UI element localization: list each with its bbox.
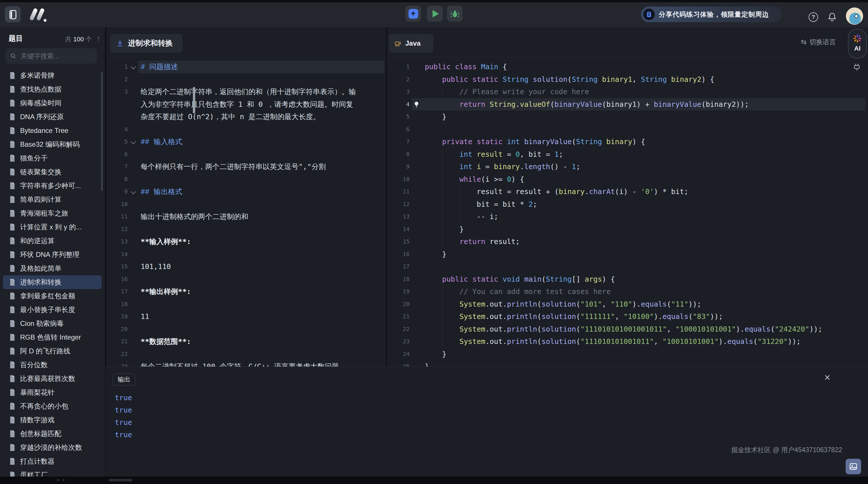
description-text: ## 输出格式 bbox=[141, 185, 182, 198]
avatar[interactable] bbox=[846, 7, 863, 25]
promo-banner[interactable]: 分享代码练习体验，领限量定制周边 bbox=[641, 7, 782, 22]
sidebar-item[interactable]: Cion 勒索病毒 bbox=[3, 316, 102, 330]
sidebar-item[interactable]: 简单四则计算 bbox=[3, 193, 102, 206]
sidebar-item[interactable]: 最小替换子串长度 bbox=[3, 303, 102, 316]
plus-icon: + bbox=[408, 9, 418, 19]
line-number: 5 bbox=[106, 135, 128, 148]
sidebar-item[interactable]: 阿 D 的飞行路线 bbox=[3, 344, 102, 358]
code-line: 12 bit = bit * 2; bbox=[387, 198, 868, 211]
sidebar-scrollbar[interactable] bbox=[101, 72, 103, 191]
file-icon bbox=[9, 251, 16, 259]
sidebar-item[interactable]: Base32 编码和解码 bbox=[3, 138, 102, 151]
sidebar-item-label: 字符串有多少种可... bbox=[20, 181, 81, 190]
code-text: bit = bit * 2; bbox=[425, 198, 537, 211]
search-icon bbox=[10, 53, 17, 59]
watermark-text: 掘金技术社区 @ 用户4543710637822 bbox=[732, 446, 842, 454]
sidebar-item[interactable]: 拿到最多红包金额 bbox=[3, 289, 102, 303]
sidebar-item-label: 不再贪心的小包 bbox=[20, 402, 68, 411]
sidebar-item-label: 猫鱼分干 bbox=[20, 154, 48, 163]
sidebar-toggle-button[interactable] bbox=[5, 6, 21, 22]
collapse-up-icon[interactable]: ↑ bbox=[97, 34, 100, 42]
sidebar-item[interactable]: 不再贪心的小包 bbox=[3, 399, 102, 413]
sidebar-item[interactable]: 打点计数器 bbox=[3, 454, 102, 468]
description-text: # 问题描述 bbox=[141, 61, 178, 73]
file-icon bbox=[9, 127, 16, 134]
line-number: 17 bbox=[387, 261, 410, 273]
sidebar-item[interactable]: 查找热点数据 bbox=[3, 82, 102, 96]
line-number: 11 bbox=[387, 185, 410, 198]
sidebar-item[interactable]: DNA 序列还原 bbox=[3, 110, 102, 124]
output-tab[interactable]: 输出 bbox=[113, 373, 135, 386]
sidebar-item[interactable]: 穿越沙漠的补给次数 bbox=[3, 441, 102, 454]
search-input[interactable] bbox=[20, 52, 90, 60]
sidebar-item[interactable]: 病毒感染时间 bbox=[3, 96, 102, 110]
description-editor[interactable]: 1# 问题描述23给定两个二进制字符串，返回他们的和（用十进制字符串表示）。输入… bbox=[106, 57, 386, 367]
line-number: 10 bbox=[106, 198, 128, 211]
description-line: 6 bbox=[106, 148, 386, 161]
sidebar-item[interactable]: 青海湖租车之旅 bbox=[3, 206, 102, 220]
close-output-button[interactable]: ✕ bbox=[824, 374, 831, 382]
file-icon bbox=[9, 210, 16, 217]
sidebar-item[interactable]: 链表聚集交换 bbox=[3, 165, 102, 179]
description-text: 101,110 bbox=[141, 261, 171, 273]
sidebar-item[interactable]: Bytedance Tree bbox=[3, 124, 102, 138]
code-line: 2 public static String solution(String b… bbox=[387, 73, 868, 86]
sidebar-item[interactable]: 计算位置 x 到 y 的... bbox=[3, 220, 102, 234]
fold-chevron-icon[interactable] bbox=[131, 189, 136, 194]
sidebar-item[interactable]: 和的逆运算 bbox=[3, 234, 102, 248]
switch-language-button[interactable]: ⇆切换语言 bbox=[801, 38, 836, 47]
sidebar-item-label: 比赛最高获胜次数 bbox=[20, 374, 75, 383]
description-text: **数据范围**: bbox=[141, 335, 191, 348]
sidebar-item[interactable]: 比赛最高获胜次数 bbox=[3, 372, 102, 386]
play-icon bbox=[433, 10, 439, 18]
notifications-button[interactable] bbox=[827, 12, 837, 22]
sidebar-item[interactable]: 字符串有多少种可... bbox=[3, 179, 102, 193]
description-line: 17**输出样例**: bbox=[106, 285, 386, 298]
run-button[interactable] bbox=[427, 6, 443, 22]
sidebar-item[interactable]: 及格如此简单 bbox=[3, 262, 102, 275]
code-line: 4 return String.valueOf(binaryValue(bina… bbox=[387, 98, 868, 111]
sidebar-item[interactable]: 蛋糕工厂 bbox=[3, 468, 102, 477]
sidebar-item[interactable]: 多米诺骨牌 bbox=[3, 69, 102, 82]
file-icon bbox=[9, 168, 16, 176]
code-line: 1public class Main { bbox=[387, 61, 868, 73]
fold-chevron-icon[interactable] bbox=[131, 64, 136, 69]
debug-button[interactable] bbox=[447, 6, 463, 22]
code-text: // Please write your code here bbox=[425, 86, 589, 98]
tab-problem-description[interactable]: 进制求和转换 bbox=[110, 34, 183, 53]
fold-chevron-icon[interactable] bbox=[131, 139, 136, 144]
sidebar-item[interactable]: 百分位数 bbox=[3, 358, 102, 372]
sidebar-item[interactable]: 进制求和转换 bbox=[3, 275, 102, 289]
file-icon bbox=[9, 472, 16, 477]
sidebar-item-label: 蛋糕工厂 bbox=[20, 471, 48, 477]
description-text: 输出十进制格式的两个二进制的和 bbox=[141, 210, 248, 223]
line-number: 7 bbox=[387, 135, 410, 148]
sidebar-item[interactable]: RGB 色值转 Integer bbox=[3, 330, 102, 344]
description-line: 14 bbox=[106, 248, 386, 261]
heading-text: 问题描述 bbox=[149, 63, 178, 71]
ai-assistant-button[interactable]: AI bbox=[848, 29, 867, 59]
search-box[interactable] bbox=[5, 48, 97, 64]
line-number: 14 bbox=[106, 248, 128, 261]
code-editor[interactable]: 1public class Main {2 public static Stri… bbox=[387, 57, 868, 367]
code-line: 14 } bbox=[387, 223, 868, 236]
description-line: 7每个样例只有一行，两个二进制字符串以英文逗号","分割 bbox=[106, 160, 386, 173]
output-title: 输出 bbox=[118, 375, 130, 384]
help-button[interactable]: ? bbox=[809, 12, 818, 22]
tab-java[interactable]: Java bbox=[389, 34, 433, 53]
line-number: 3 bbox=[106, 86, 128, 98]
plugin-button[interactable] bbox=[852, 63, 862, 72]
add-test-button[interactable]: + bbox=[405, 6, 421, 22]
sidebar-item[interactable]: 环状 DNA 序列整理 bbox=[3, 248, 102, 262]
sidebar-item[interactable]: 猫鱼分干 bbox=[3, 151, 102, 165]
code-text: System.out.println(solution("11101010100… bbox=[425, 335, 801, 348]
file-icon bbox=[9, 430, 16, 437]
description-scrollbar[interactable] bbox=[193, 87, 195, 113]
sidebar-item[interactable]: 猜数字游戏 bbox=[3, 413, 102, 427]
screenshot-button[interactable] bbox=[846, 459, 861, 474]
sidebar-item-label: 最小替换子串长度 bbox=[20, 305, 75, 314]
line-number: 17 bbox=[106, 285, 128, 298]
sidebar-item[interactable]: 暴雨梨花针 bbox=[3, 386, 102, 399]
sidebar-item[interactable]: 创意标题匹配 bbox=[3, 427, 102, 441]
line-number: 4 bbox=[106, 123, 128, 136]
